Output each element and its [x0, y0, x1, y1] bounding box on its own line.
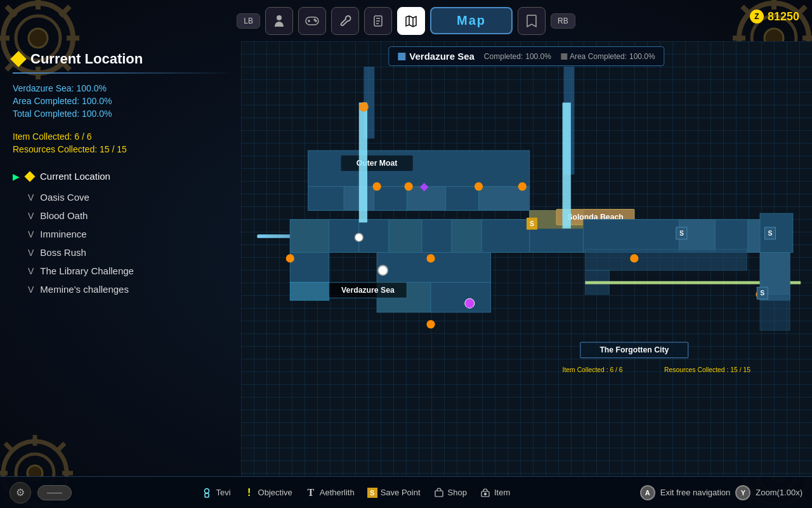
list-item-library[interactable]: V The Library Challenge [13, 262, 235, 280]
left-panel: Current Location Verdazure Sea: 100.0% A… [0, 41, 247, 476]
legend-save-label: Save Point [381, 488, 421, 497]
nav-person-icon[interactable] [265, 7, 293, 35]
settings-button[interactable]: ⚙ [10, 482, 31, 504]
legend-objective-label: Objective [258, 488, 292, 497]
top-navigation: LB Map [0, 0, 812, 41]
check-icon-boss: V [28, 248, 34, 258]
completed-value: 100.0% [525, 52, 551, 61]
current-location-header: Current Location [13, 51, 235, 67]
area-value: 100.0% [76, 83, 106, 93]
svg-rect-65 [446, 187, 479, 211]
map-svg: Outer Moat Solonda Beach [241, 67, 812, 438]
map-title: Map [430, 7, 513, 34]
location-stats: Verdazure Sea: 100.0% Area Completed: 10… [13, 83, 235, 119]
bottom-bar: ⚙ —— Tevi ! Objective T Aetherlith S Sav… [0, 476, 812, 508]
svg-rect-84 [563, 103, 571, 229]
svg-text:S: S [530, 220, 534, 227]
location-name-imminence: Imminence [40, 229, 86, 239]
svg-text:Item Collected : 6 / 6: Item Collected : 6 / 6 [563, 366, 623, 373]
location-name-memine: Memine's challenges [40, 284, 129, 295]
area-completed-value: 100.0% [629, 52, 655, 61]
legend-save-point: S Save Point [367, 488, 421, 498]
svg-rect-94 [431, 283, 490, 312]
svg-point-121 [426, 320, 435, 328]
svg-point-130 [205, 488, 209, 493]
legend-item: Item [480, 487, 510, 498]
area-completed-label: Area Completed: [13, 96, 79, 106]
pill-button[interactable]: —— [37, 485, 72, 500]
shop-icon [433, 487, 445, 498]
svg-point-97 [378, 265, 388, 275]
svg-text:Verdazure Sea: Verdazure Sea [341, 286, 395, 295]
svg-point-49 [315, 20, 317, 22]
area-completed-value: 100.0% [82, 96, 112, 106]
legend-tevi-label: Tevi [216, 488, 230, 497]
svg-rect-75 [452, 220, 481, 253]
area-label: Verdazure Sea: [13, 83, 74, 93]
nav-map-icon[interactable] [397, 7, 425, 35]
svg-point-102 [518, 182, 527, 190]
svg-text:Resources Collected : 15 / 15: Resources Collected : 15 / 15 [664, 366, 750, 373]
svg-point-109 [355, 233, 363, 241]
nav-wrench-icon[interactable] [331, 7, 359, 35]
check-icon-library: V [28, 266, 34, 276]
zoom-hint-label: Zoom(1.00x) [756, 488, 802, 497]
aetherlith-icon: T [305, 487, 317, 498]
a-button[interactable]: A [640, 485, 655, 500]
rb-button[interactable]: RB [551, 13, 575, 29]
svg-rect-72 [359, 220, 389, 253]
total-completed-stat: Total Completed: 100.0% [13, 109, 235, 119]
map-area[interactable]: Verdazure Sea Completed: 100.0% Area Com… [241, 41, 812, 476]
svg-point-44 [277, 15, 282, 20]
svg-point-122 [630, 254, 638, 262]
svg-rect-90 [290, 253, 329, 283]
svg-rect-132 [435, 491, 443, 497]
nav-controller-icon[interactable] [298, 7, 326, 35]
lb-button[interactable]: LB [237, 13, 260, 29]
currency-value: 81250 [768, 10, 799, 23]
total-completed-value: 100.0% [82, 109, 112, 119]
svg-point-100 [405, 182, 413, 190]
svg-text:S: S [679, 230, 684, 237]
total-completed-label: Total Completed: [13, 109, 79, 119]
item-collected-value: 6 / 6 [74, 131, 91, 142]
svg-point-111 [426, 254, 435, 262]
svg-point-48 [314, 19, 315, 20]
list-item-boss[interactable]: V Boss Rush [13, 243, 235, 262]
item-icon [480, 487, 491, 498]
area-stat: Verdazure Sea: 100.0% [13, 83, 235, 93]
divider [13, 72, 235, 74]
list-item-imminence[interactable]: V Imminence [13, 225, 235, 243]
svg-point-112 [286, 254, 294, 262]
tevi-icon [201, 487, 213, 498]
y-button[interactable]: Y [735, 485, 750, 500]
svg-rect-118 [760, 295, 790, 331]
list-item-blood[interactable]: V Blood Oath [13, 206, 235, 225]
list-item-oasis[interactable]: V Oasis Cove [13, 188, 235, 206]
svg-rect-71 [329, 220, 359, 253]
svg-text:The Forgotten City: The Forgotten City [599, 345, 669, 354]
resources-stat: Resources Collected: 15 / 15 [13, 144, 235, 154]
svg-point-99 [373, 182, 381, 190]
svg-point-134 [484, 493, 486, 495]
location-name-oasis: Oasis Cove [40, 192, 89, 203]
svg-rect-64 [407, 187, 445, 211]
svg-rect-70 [290, 220, 329, 253]
region-color-box [398, 53, 405, 60]
legend-item-label: Item [494, 488, 510, 497]
map-info-box: Verdazure Sea Completed: 100.0% Area Com… [388, 46, 664, 66]
diamond-icon [10, 51, 26, 67]
collection-stats: Item Collected: 6 / 6 Resources Collecte… [13, 131, 235, 154]
list-item-memine[interactable]: V Memine's challenges [13, 280, 235, 298]
check-icon-oasis: V [28, 192, 34, 203]
nav-bookmark-icon[interactable] [518, 7, 546, 35]
svg-text:S: S [768, 230, 773, 237]
svg-rect-85 [584, 220, 679, 253]
list-item-current[interactable]: ▶ Current Location [13, 167, 235, 185]
svg-rect-61 [308, 187, 344, 211]
legend-bar: Tevi ! Objective T Aetherlith S Save Poi… [81, 487, 631, 498]
svg-point-101 [475, 182, 483, 190]
nav-scroll-icon[interactable] [364, 7, 392, 35]
location-name-library: The Library Challenge [40, 265, 134, 276]
svg-rect-113 [585, 250, 747, 271]
